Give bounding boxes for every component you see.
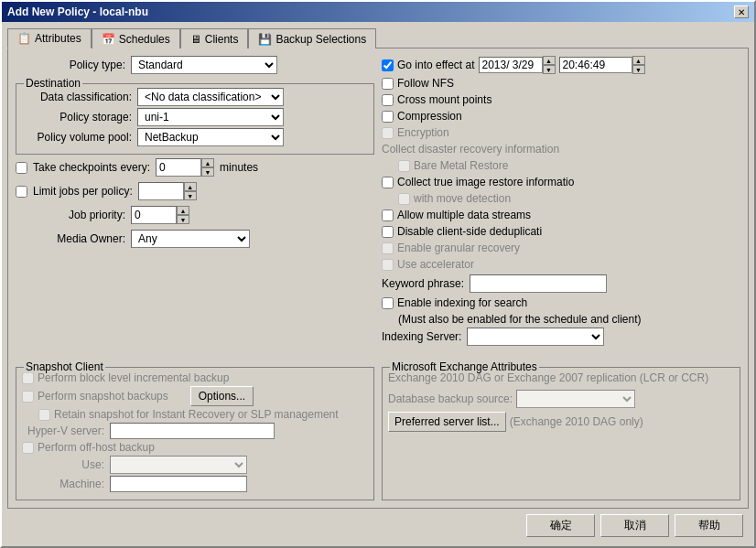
cancel-button[interactable]: 取消 — [600, 514, 669, 537]
job-priority-input[interactable] — [131, 206, 177, 224]
preferred-server-button[interactable]: Preferred server list... — [388, 412, 506, 432]
enable-indexing-row: Enable indexing for search — [382, 296, 740, 309]
checkpoints-spin-down[interactable]: ▼ — [201, 167, 214, 177]
job-priority-label: Job priority: — [16, 209, 125, 221]
use-select — [110, 456, 247, 474]
checkpoints-spin-up[interactable]: ▲ — [201, 158, 214, 167]
machine-row: Machine: — [22, 476, 368, 492]
snapshot-client-group: Snapshot Client Perform block level incr… — [16, 367, 374, 500]
limit-jobs-input-group: ▲ ▼ — [138, 182, 197, 200]
perform-off-host-label: Perform off-host backup — [38, 441, 155, 454]
limit-jobs-row: Limit jobs per policy: ▲ ▼ — [16, 182, 374, 200]
go-into-effect-label: Go into effect at — [397, 59, 475, 71]
keyword-phrase-label: Keyword phrase: — [382, 277, 464, 290]
disable-client-side-label: Disable client-side deduplicati — [397, 225, 542, 238]
cross-mount-checkbox[interactable] — [382, 94, 394, 106]
encryption-label: Encryption — [397, 126, 449, 139]
checkpoints-input[interactable] — [156, 158, 201, 177]
options-button[interactable]: Options... — [190, 386, 254, 406]
go-into-effect-row: Go into effect at ▲ ▼ ▲ — [382, 56, 740, 74]
date-spin-down[interactable]: ▼ — [543, 65, 556, 74]
policy-storage-select[interactable]: uni-1 — [137, 108, 284, 126]
clients-icon: 🖥 — [190, 33, 201, 46]
tab-attributes[interactable]: 📋 Attributes — [7, 28, 92, 48]
retain-snapshot-label: Retain snapshot for Instant Recovery or … — [54, 408, 339, 421]
compression-label: Compression — [397, 110, 462, 123]
tab-schedules[interactable]: 📅 Schedules — [92, 28, 180, 48]
media-owner-select[interactable]: Any — [131, 230, 250, 248]
confirm-button[interactable]: 确定 — [526, 514, 595, 537]
limit-jobs-spin-up[interactable]: ▲ — [184, 182, 197, 191]
perform-snapshot-checkbox — [22, 391, 34, 403]
data-classification-row: Data classification: <No data classifica… — [22, 88, 368, 106]
policy-volume-pool-select[interactable]: NetBackup — [137, 128, 284, 146]
tab-backup-selections-label: Backup Selections — [275, 33, 366, 46]
exchange-dag-row: Exchange 2010 DAG or Exchange 2007 repli… — [388, 371, 734, 384]
encryption-checkbox — [382, 127, 394, 139]
job-priority-spin-up[interactable]: ▲ — [177, 206, 189, 215]
policy-type-select[interactable]: Standard — [131, 56, 277, 74]
use-accelerator-row: Use accelerator — [382, 258, 740, 271]
collect-true-image-checkbox[interactable] — [382, 177, 394, 188]
machine-label: Machine: — [22, 478, 104, 490]
db-source-label: Database backup source: — [388, 392, 513, 405]
collect-true-image-row: Collect true image restore informatio — [382, 176, 740, 188]
policy-type-row: Policy type: Standard — [16, 56, 374, 74]
time-spin-down[interactable]: ▼ — [632, 65, 645, 74]
main-window: Add New Policy - local-nbu ✕ 📋 Attribute… — [0, 0, 756, 548]
tab-backup-selections[interactable]: 💾 Backup Selections — [248, 28, 376, 48]
window-controls: ✕ — [734, 5, 749, 18]
tab-bar: 📋 Attributes 📅 Schedules 🖥 Clients 💾 Bac… — [7, 27, 749, 48]
window-title: Add New Policy - local-nbu — [7, 5, 148, 18]
exchange-legend: Microsoft Exchange Attributes — [390, 360, 539, 373]
retain-snapshot-checkbox — [38, 409, 50, 421]
checkpoints-row: Take checkpoints every: ▲ ▼ minutes — [16, 158, 374, 177]
go-into-effect-checkbox[interactable] — [382, 59, 394, 71]
indexing-server-select[interactable] — [467, 328, 604, 346]
allow-multiple-label: Allow multiple data streams — [397, 209, 531, 221]
preferred-server-row: Preferred server list... (Exchange 2010 … — [388, 412, 734, 432]
compression-checkbox[interactable] — [382, 111, 394, 123]
perform-block-level-label: Perform block level incremental backup — [38, 371, 229, 384]
machine-input — [110, 476, 247, 492]
checkpoints-checkbox[interactable] — [16, 162, 27, 174]
checkpoints-unit: minutes — [220, 161, 258, 174]
enable-indexing-label: Enable indexing for search — [397, 296, 527, 309]
date-spin-up[interactable]: ▲ — [543, 56, 556, 65]
keyword-phrase-input[interactable] — [470, 274, 607, 293]
left-panel: Policy type: Standard Destination Data c… — [16, 56, 374, 358]
job-priority-spinners: ▲ ▼ — [177, 206, 189, 224]
data-classification-select[interactable]: <No data classification> — [137, 88, 284, 106]
policy-storage-row: Policy storage: uni-1 — [22, 108, 368, 126]
go-into-effect-date[interactable] — [479, 57, 543, 73]
policy-volume-pool-label: Policy volume pool: — [22, 131, 132, 144]
job-priority-spin-down[interactable]: ▼ — [177, 215, 189, 224]
follow-nfs-checkbox[interactable] — [382, 78, 394, 90]
db-source-row: Database backup source: — [388, 390, 734, 408]
hyper-v-server-input — [110, 423, 275, 439]
follow-nfs-row: Follow NFS — [382, 77, 740, 90]
tab-clients[interactable]: 🖥 Clients — [180, 28, 249, 48]
time-spin-up[interactable]: ▲ — [632, 56, 645, 65]
with-move-detection-label: with move detection — [414, 192, 511, 205]
close-button[interactable]: ✕ — [734, 5, 749, 18]
top-section: Policy type: Standard Destination Data c… — [16, 56, 740, 358]
use-accelerator-label: Use accelerator — [397, 258, 474, 271]
policy-storage-label: Policy storage: — [22, 111, 132, 124]
limit-jobs-spin-down[interactable]: ▼ — [184, 191, 197, 200]
perform-block-level-row: Perform block level incremental backup — [22, 371, 368, 384]
allow-multiple-checkbox[interactable] — [382, 210, 394, 221]
disable-client-side-checkbox[interactable] — [382, 226, 394, 238]
limit-jobs-checkbox[interactable] — [16, 186, 27, 198]
destination-group: Destination Data classification: <No dat… — [16, 83, 374, 155]
enable-indexing-checkbox[interactable] — [382, 297, 394, 309]
go-into-effect-time[interactable] — [559, 57, 632, 73]
compression-row: Compression — [382, 110, 740, 123]
collect-disaster-row: Collect disaster recovery information — [382, 143, 740, 156]
limit-jobs-input[interactable] — [138, 182, 184, 200]
encryption-row: Encryption — [382, 126, 740, 139]
help-button[interactable]: 帮助 — [675, 514, 743, 537]
main-panel: Policy type: Standard Destination Data c… — [7, 48, 749, 509]
date-spinners: ▲ ▼ — [543, 56, 556, 74]
indexing-sublabel-row: (Must also be enabled for the schedule a… — [398, 313, 740, 326]
